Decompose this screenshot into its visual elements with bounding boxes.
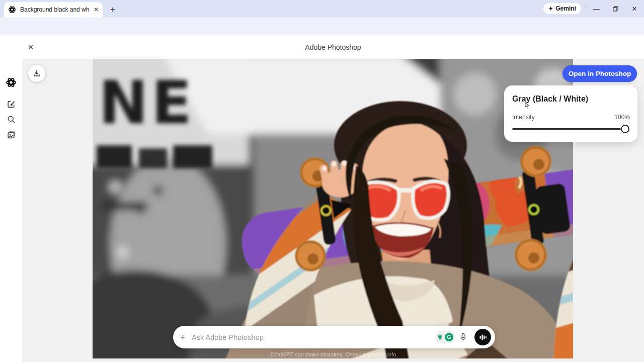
voice-wave-icon xyxy=(479,333,487,341)
page-title: Adobe Photoshop xyxy=(22,35,644,59)
window-minimize-button[interactable]: — xyxy=(590,2,603,15)
new-chat-icon[interactable] xyxy=(6,99,16,109)
attach-plus-icon[interactable]: + xyxy=(180,332,186,343)
intensity-value: 100% xyxy=(594,114,630,121)
chatgpt-logo[interactable] xyxy=(5,76,17,88)
window-restore-button[interactable] xyxy=(609,2,622,15)
library-icon[interactable] xyxy=(6,130,16,140)
open-in-photoshop-button[interactable]: Open in Photoshop xyxy=(562,65,637,82)
svg-text:G: G xyxy=(447,334,451,340)
sparkle-icon: ✦ xyxy=(548,6,553,12)
composer-input[interactable] xyxy=(191,333,435,342)
extension-badges[interactable]: G xyxy=(435,331,455,343)
restore-icon xyxy=(613,6,618,12)
intensity-slider[interactable] xyxy=(512,128,621,130)
intensity-slider-thumb[interactable] xyxy=(621,125,629,133)
panel-title: Gray (Black / White) xyxy=(512,95,588,104)
voice-mode-button[interactable] xyxy=(474,329,491,345)
composer-bar[interactable]: + G xyxy=(173,326,495,348)
gemini-button[interactable]: ✦ Gemini xyxy=(543,3,581,14)
background-sign-text: NE xyxy=(99,68,195,137)
chatgpt-favicon xyxy=(8,6,16,14)
browser-toolbar: ← → ⟳ chatgpt.com/c/6939fd01-3bf8-832b-9… xyxy=(0,17,644,35)
edited-image: NE xyxy=(93,59,573,358)
close-canvas-icon[interactable]: ✕ xyxy=(27,43,35,51)
browser-tab-strip: Background black and white ✕ + ✦ Gemini … xyxy=(0,0,644,17)
tab-close-icon[interactable]: ✕ xyxy=(94,6,99,13)
download-button[interactable] xyxy=(28,65,45,82)
new-tab-button[interactable]: + xyxy=(107,4,119,16)
sidebar: JR xyxy=(0,35,22,362)
intensity-label: Intensity xyxy=(512,114,535,121)
disclaimer-text: ChatGPT can make mistakes. Check importa… xyxy=(173,351,495,357)
lightbulb-icon xyxy=(437,334,443,340)
download-icon xyxy=(33,69,41,77)
photo-preview: NE xyxy=(93,59,573,358)
cursor-pointer xyxy=(524,102,530,111)
grammarly-icon: G xyxy=(444,332,454,342)
microphone-icon[interactable] xyxy=(455,330,470,345)
window-controls-divider xyxy=(585,5,585,13)
search-icon[interactable] xyxy=(6,114,16,124)
window-close-button[interactable]: ✕ xyxy=(628,2,641,15)
browser-tab[interactable]: Background black and white ✕ xyxy=(4,2,103,17)
tab-title: Background black and white xyxy=(20,6,90,13)
gemini-label: Gemini xyxy=(555,5,576,12)
